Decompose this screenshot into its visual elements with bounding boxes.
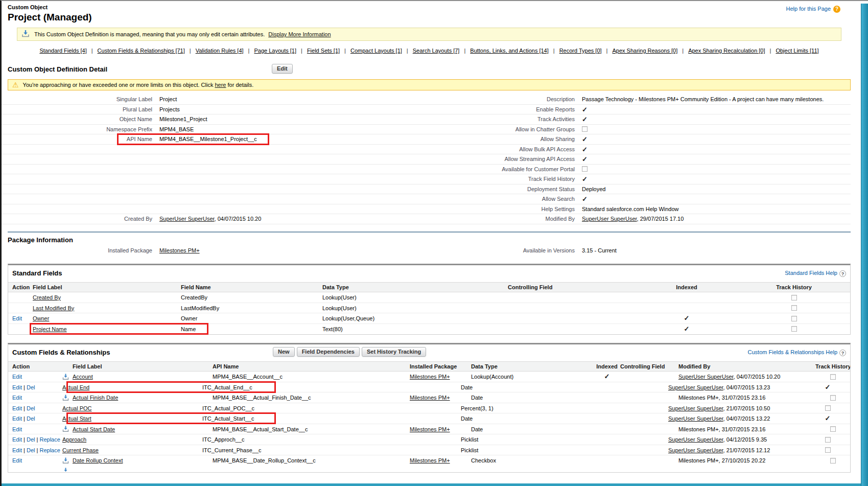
field-label-link[interactable]: Last Modified By xyxy=(33,305,74,311)
nav-link[interactable]: Validation Rules [4] xyxy=(196,48,244,54)
nav-link[interactable]: Buttons, Links, and Actions [14] xyxy=(470,48,548,54)
installed-package-link[interactable]: Milestones PM+ xyxy=(410,374,450,380)
modified-by-link[interactable]: SuperUser SuperUser xyxy=(668,415,723,422)
list-button[interactable]: Field Dependencies xyxy=(297,347,360,357)
indexed-cell xyxy=(594,372,620,382)
del-link[interactable]: Del xyxy=(27,405,35,411)
nav-link[interactable]: Custom Fields & Relationships [71] xyxy=(98,48,185,54)
field-label-link[interactable]: Owner xyxy=(33,315,49,321)
custom-fields-help-icon[interactable]: ? xyxy=(839,350,846,356)
edit-link[interactable]: Edit xyxy=(12,374,22,380)
field-label-cell: Actual Start Date xyxy=(73,424,213,434)
edit-link[interactable]: Edit xyxy=(12,457,22,464)
list-button[interactable]: Set History Tracking xyxy=(362,347,426,357)
modified-by-link[interactable]: SuperUser SuperUser xyxy=(678,374,734,380)
edit-link[interactable]: Edit xyxy=(12,415,22,422)
limit-warning-here-link[interactable]: here xyxy=(215,82,226,88)
del-link[interactable]: Del xyxy=(27,447,35,453)
track-history-checkbox[interactable] xyxy=(791,295,797,300)
nav-link[interactable]: Apex Sharing Recalculation [0] xyxy=(688,48,765,54)
track-history-checkbox[interactable] xyxy=(791,326,797,332)
detail-left-label: Singular Label xyxy=(2,95,159,104)
del-link[interactable]: Del xyxy=(27,415,35,422)
del-link[interactable]: Del xyxy=(27,384,35,390)
track-history-checkbox[interactable] xyxy=(825,437,831,443)
nav-link[interactable]: Page Layouts [1] xyxy=(254,48,296,54)
field-label-link[interactable]: Date Rollup Context xyxy=(73,457,123,464)
edit-link[interactable]: Edit xyxy=(12,426,22,432)
col-indexed: Indexed xyxy=(636,283,738,292)
field-label-link[interactable]: Account xyxy=(73,374,93,380)
vertical-scrollbar[interactable] xyxy=(861,4,868,486)
standard-fields-help-link[interactable]: Standard Fields Help xyxy=(785,270,837,276)
nav-link[interactable]: Object Limits [11] xyxy=(776,48,818,54)
field-label-link[interactable]: Actual Start Date xyxy=(73,426,115,432)
track-history-checkbox[interactable] xyxy=(825,447,831,453)
page-title: Project (Managed) xyxy=(8,10,857,23)
detail-row: Plural Label Projects Enable Reports xyxy=(2,105,851,115)
replace-link[interactable]: Replace xyxy=(39,447,60,453)
field-label-link[interactable]: Actual POC xyxy=(62,405,91,411)
detail-left-value xyxy=(159,165,431,174)
nav-link[interactable]: Record Types [0] xyxy=(559,48,602,54)
track-history-checkbox[interactable] xyxy=(791,305,797,311)
row-actions xyxy=(8,292,33,303)
track-history-checkbox[interactable] xyxy=(830,395,836,401)
nav-link[interactable]: Compact Layouts [1] xyxy=(350,48,402,54)
field-label-link[interactable]: Actual End xyxy=(62,384,89,390)
nav-link[interactable]: Field Sets [1] xyxy=(307,48,340,54)
installed-package-link[interactable]: Milestones PM+ xyxy=(410,395,450,401)
edit-link[interactable]: Edit xyxy=(12,447,22,453)
edit-link[interactable]: Edit xyxy=(12,395,22,401)
installed-package-link[interactable]: Milestones PM+ xyxy=(410,426,450,432)
installed-package-cell xyxy=(400,413,461,424)
list-button[interactable]: New xyxy=(273,347,295,357)
track-history-checkbox[interactable] xyxy=(791,316,797,321)
standard-fields-help-icon[interactable]: ? xyxy=(839,270,846,277)
field-label-link[interactable]: Created By xyxy=(33,294,61,300)
track-history-checkbox[interactable] xyxy=(830,458,836,464)
modified-date-text: , 21/07/2015 12.12 xyxy=(723,447,770,453)
modified-by-link[interactable]: SuperUser SuperUser xyxy=(668,447,723,453)
detail-section-head: Custom Object Definition Detail Edit xyxy=(2,63,857,78)
nav-link[interactable]: Standard Fields [4] xyxy=(39,48,86,54)
field-label-link[interactable]: Approach xyxy=(62,436,86,443)
edit-link[interactable]: Edit xyxy=(12,405,22,411)
nav-link[interactable]: Apex Sharing Reasons [0] xyxy=(612,48,677,54)
detail-left-value-link[interactable]: SuperUser SuperUser xyxy=(159,216,215,222)
modified-by-link[interactable]: SuperUser SuperUser xyxy=(668,384,723,390)
nav-link[interactable]: Search Layouts [7] xyxy=(413,48,460,54)
del-link[interactable]: Del xyxy=(27,436,35,443)
standard-fields-head: Standard Fields Standard Fields Help? xyxy=(8,265,850,282)
edit-link[interactable]: Edit xyxy=(12,315,22,321)
installed-package-link[interactable]: Milestones PM+ xyxy=(159,247,200,253)
field-label-link[interactable]: Actual Start xyxy=(62,415,91,422)
modified-by-link[interactable]: SuperUser SuperUser xyxy=(668,405,723,411)
modified-by-text: Milestones PM+, 31/07/2015 23.16 xyxy=(678,426,765,432)
unchecked-checkbox xyxy=(582,126,588,132)
detail-right-value-link[interactable]: SuperUser SuperUser xyxy=(582,216,637,222)
field-label-link[interactable]: Actual Finish Date xyxy=(73,395,118,401)
track-history-checkbox[interactable] xyxy=(830,374,836,380)
track-history-checkbox[interactable] xyxy=(825,405,831,411)
data-type-cell: Picklist xyxy=(461,445,583,455)
help-for-this-page-link[interactable]: Help for this Page xyxy=(786,6,831,12)
field-label-link[interactable]: Current Phase xyxy=(62,447,99,453)
installed-package-link[interactable]: Milestones PM+ xyxy=(410,457,450,464)
edit-link[interactable]: Edit xyxy=(12,436,22,443)
indexed-cell xyxy=(583,434,610,445)
replace-link[interactable]: Replace xyxy=(39,436,60,443)
display-more-information-link[interactable]: Display More Information xyxy=(268,31,331,37)
row-actions: Edit xyxy=(8,424,62,434)
custom-fields-help-link[interactable]: Custom Fields & Relationships Help xyxy=(748,349,837,355)
modified-by-link[interactable]: SuperUser SuperUser xyxy=(668,436,723,443)
custom-fields-buttons: NewField DependenciesSet History Trackin… xyxy=(273,347,426,357)
limit-warning-text: You're approaching or have exceeded one … xyxy=(23,82,254,88)
track-history-checkbox[interactable] xyxy=(830,426,836,432)
help-question-icon[interactable]: ? xyxy=(833,6,840,13)
limit-warning-post: for details. xyxy=(226,82,254,88)
edit-link[interactable]: Edit xyxy=(12,384,22,390)
edit-button[interactable]: Edit xyxy=(272,64,293,74)
field-label-link[interactable]: Project Name xyxy=(33,326,67,332)
detail-left-value-text: MPM4_BASE xyxy=(159,126,194,132)
